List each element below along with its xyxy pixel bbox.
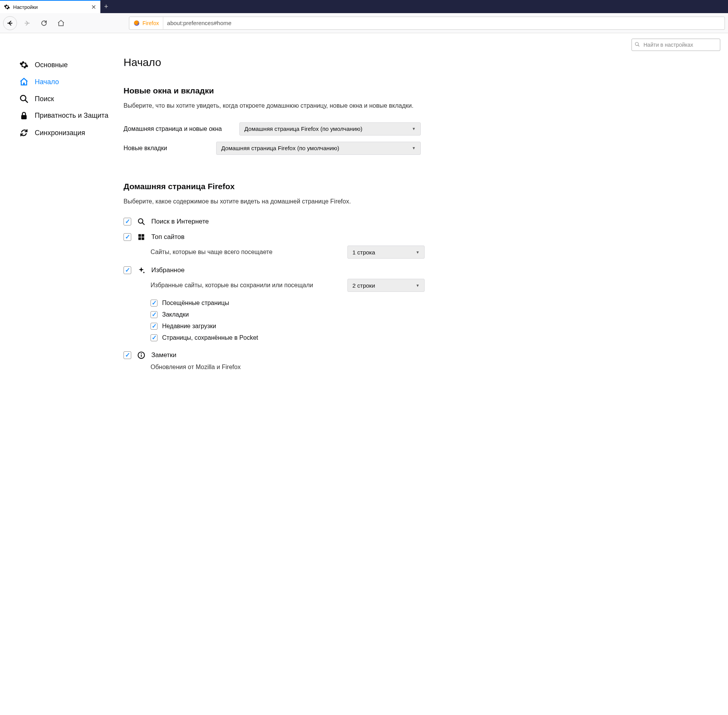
sidebar-item-sync[interactable]: Синхронизация: [19, 124, 116, 141]
newtab-label: Новые вкладки: [124, 145, 216, 152]
page-title: Начало: [124, 56, 425, 69]
svg-rect-9: [139, 234, 141, 237]
svg-point-7: [139, 219, 143, 224]
svg-point-15: [141, 353, 142, 354]
svg-line-5: [25, 100, 28, 103]
sidebar: Основные Начало Поиск Приватность и Защи…: [0, 33, 116, 715]
svg-rect-12: [142, 237, 144, 240]
homepage-select[interactable]: Домашняя страница Firefox (по умолчанию)…: [239, 122, 421, 136]
highlights-label: Избранное: [151, 266, 185, 274]
select-value: 2 строки: [352, 282, 375, 289]
top-sites-desc: Сайты, которые вы чаще всего посещаете: [151, 249, 273, 256]
sidebar-item-search[interactable]: Поиск: [19, 90, 116, 107]
newtab-select[interactable]: Домашняя страница Firefox (по умолчанию)…: [216, 142, 421, 155]
search-input[interactable]: [631, 39, 720, 51]
highlights-desc: Избранные сайты, которые вы сохранили ил…: [151, 282, 313, 289]
forward-button[interactable]: [20, 16, 34, 30]
sidebar-item-label: Основные: [35, 61, 68, 69]
url-text: about:preferences#home: [163, 20, 235, 26]
svg-rect-6: [21, 115, 27, 119]
top-sites-label: Топ сайтов: [151, 233, 185, 241]
snippets-label: Заметки: [151, 351, 176, 359]
bookmarks-checkbox[interactable]: [151, 311, 157, 318]
sidebar-item-general[interactable]: Основные: [19, 56, 116, 73]
gear-icon: [4, 4, 10, 10]
sidebar-item-privacy[interactable]: Приватность и Защита: [19, 107, 116, 124]
top-sites-checkbox[interactable]: [124, 233, 131, 241]
search-icon: [635, 42, 640, 47]
reload-button[interactable]: [37, 16, 51, 30]
section-heading: Домашняя страница Firefox: [124, 182, 425, 191]
homepage-label: Домашняя страница и новые окна: [124, 125, 239, 132]
gear-icon: [19, 60, 29, 69]
main-pane: Начало Новые окна и вкладки Выберите, чт…: [116, 33, 432, 715]
svg-rect-3: [23, 83, 25, 85]
firefox-icon: [133, 20, 140, 27]
chevron-down-icon: ▼: [412, 127, 416, 131]
section-desc: Выберите, какое содержимое вы хотите вид…: [124, 197, 425, 207]
svg-rect-11: [139, 237, 141, 240]
tab-strip: Настройки ✕ +: [0, 0, 728, 13]
select-value: Домашняя страница Firefox (по умолчанию): [221, 145, 339, 151]
downloads-checkbox[interactable]: [151, 323, 157, 330]
svg-point-1: [635, 42, 638, 46]
home-icon: [19, 77, 29, 86]
info-icon: [137, 351, 145, 359]
bookmarks-label: Закладки: [162, 311, 189, 318]
sidebar-item-label: Приватность и Защита: [35, 111, 108, 120]
chevron-down-icon: ▼: [412, 146, 416, 150]
pocket-checkbox[interactable]: [151, 334, 157, 341]
search-icon: [137, 218, 145, 225]
svg-line-2: [638, 45, 640, 47]
chevron-down-icon: ▼: [416, 283, 420, 288]
select-value: 1 строка: [352, 249, 375, 256]
sync-icon: [19, 128, 29, 137]
toolbar: Firefox about:preferences#home: [0, 13, 728, 33]
highlights-rows-select[interactable]: 2 строки ▼: [347, 279, 425, 292]
identity-label: Firefox: [142, 20, 159, 26]
tab-title: Настройки: [13, 4, 87, 10]
sidebar-item-label: Поиск: [35, 95, 54, 103]
sparkle-icon: [137, 266, 145, 274]
lock-icon: [19, 111, 29, 120]
section-heading: Новые окна и вкладки: [124, 86, 425, 95]
identity-box[interactable]: Firefox: [129, 17, 163, 29]
section-desc: Выберите, что вы хотите увидеть, когда о…: [124, 101, 425, 111]
new-tab-button[interactable]: +: [100, 0, 112, 13]
sidebar-item-label: Синхронизация: [35, 129, 85, 137]
snippets-desc: Обновления от Mozilla и Firefox: [151, 364, 240, 371]
browser-tab[interactable]: Настройки ✕: [0, 0, 100, 13]
highlights-checkbox[interactable]: [124, 266, 131, 274]
home-button[interactable]: [54, 16, 68, 30]
snippets-checkbox[interactable]: [124, 351, 131, 359]
web-search-label: Поиск в Интернете: [151, 218, 209, 225]
select-value: Домашняя страница Firefox (по умолчанию): [244, 125, 362, 132]
search-pane: [631, 39, 720, 51]
address-bar[interactable]: Firefox about:preferences#home: [129, 17, 725, 30]
svg-point-4: [20, 95, 26, 101]
visited-checkbox[interactable]: [151, 300, 157, 307]
svg-line-8: [142, 223, 145, 225]
back-button[interactable]: [3, 16, 17, 30]
chevron-down-icon: ▼: [416, 250, 420, 254]
grid-icon: [137, 233, 145, 241]
close-icon[interactable]: ✕: [90, 4, 97, 10]
sidebar-item-label: Начало: [35, 78, 59, 86]
sidebar-item-home[interactable]: Начало: [19, 73, 116, 90]
search-icon: [19, 94, 29, 103]
pocket-label: Страницы, сохранённые в Pocket: [162, 334, 258, 341]
visited-label: Посещённые страницы: [162, 300, 229, 307]
downloads-label: Недавние загрузки: [162, 323, 216, 330]
top-sites-rows-select[interactable]: 1 строка ▼: [347, 246, 425, 259]
svg-rect-10: [142, 234, 144, 237]
web-search-checkbox[interactable]: [124, 218, 131, 225]
